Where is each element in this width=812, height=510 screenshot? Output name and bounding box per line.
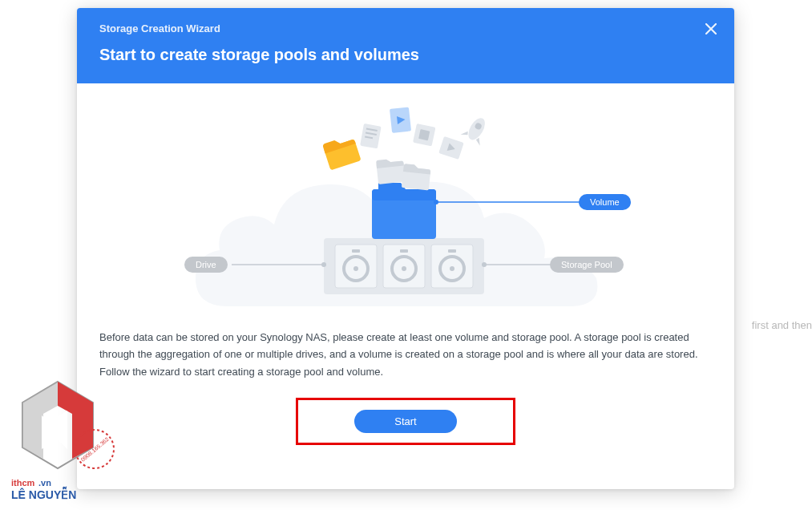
storage-pool-label-pill: Storage Pool [550,257,624,273]
volume-label-pill: Volume [579,194,631,210]
start-button-highlight-box: Start [296,398,515,445]
svg-point-29 [482,262,487,267]
svg-rect-22 [418,129,430,140]
dialog-header: Storage Creation Wizard Start to create … [77,8,734,83]
dialog-title: Storage Creation Wizard [99,22,712,34]
svg-rect-12 [448,249,456,253]
svg-rect-8 [400,249,408,253]
svg-rect-16 [360,123,382,148]
svg-point-7 [402,266,406,271]
start-button-container: Start [99,398,712,445]
drive-label-pill: Drive [184,257,228,273]
svg-point-3 [353,266,358,271]
start-button[interactable]: Start [354,410,456,433]
close-icon[interactable] [705,22,717,37]
svg-rect-4 [352,249,360,253]
dialog-heading: Start to create storage pools and volume… [99,46,712,64]
watermark-brand1: ithcm [11,478,35,488]
watermark-brand2: .vn [38,478,51,488]
svg-point-11 [450,266,454,271]
dialog-body: Drive Volume Storage Pool Before data ca… [77,83,734,461]
svg-point-28 [321,262,326,267]
wizard-description-text: Before data can be stored on your Synolo… [99,329,712,380]
storage-illustration: Drive Volume Storage Pool [99,90,712,322]
watermark-name: LÊ NGUYỄN [11,486,76,501]
storage-creation-wizard-dialog: Storage Creation Wizard Start to create … [77,8,734,489]
background-hint-text: first and then [752,319,812,331]
svg-rect-14 [372,189,436,200]
svg-point-30 [434,200,438,204]
